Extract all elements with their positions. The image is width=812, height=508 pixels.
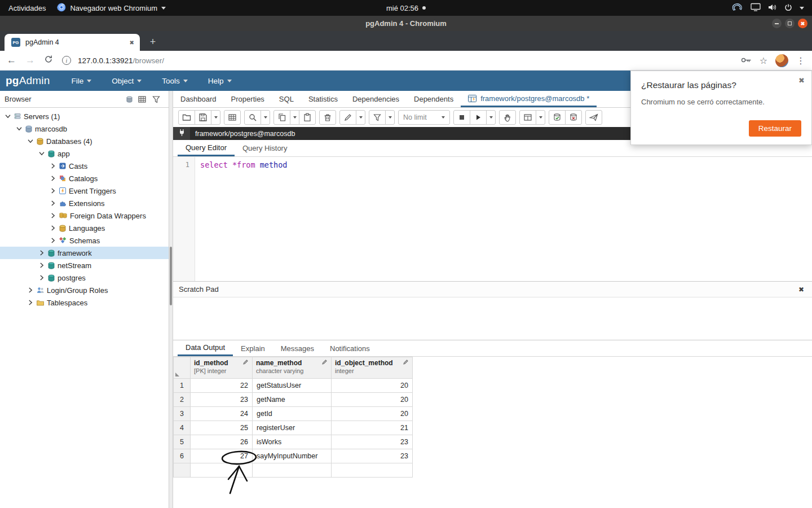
paste-button[interactable]	[299, 110, 316, 125]
tree-item-casts[interactable]: Casts	[0, 160, 169, 172]
chevron-down-icon[interactable]	[38, 151, 45, 156]
cell-id-object-method[interactable]: 23	[332, 449, 413, 463]
site-info-icon[interactable]: i	[62, 56, 71, 65]
url-field[interactable]: 127.0.0.1:33921 /browser/	[78, 56, 732, 65]
delete-button[interactable]	[319, 110, 336, 125]
tab-query-history[interactable]: Query History	[235, 140, 295, 156]
chevron-right-icon[interactable]	[50, 200, 56, 206]
table-row[interactable]: 526isWorks23	[174, 435, 413, 449]
panel-splitter[interactable]	[169, 91, 173, 508]
tab-dependencies[interactable]: Dependencies	[345, 91, 407, 107]
code-line[interactable]: select *from method	[195, 157, 287, 281]
chevron-right-icon[interactable]	[50, 188, 56, 194]
chevron-right-icon[interactable]	[38, 250, 45, 256]
reload-button[interactable]	[44, 55, 53, 66]
explain-settings-button[interactable]	[519, 110, 536, 125]
row-number-cell[interactable]: 6	[174, 449, 191, 463]
forward-button[interactable]: →	[25, 55, 35, 66]
row-limit-select[interactable]: No limit	[398, 110, 450, 125]
volume-icon[interactable]	[768, 3, 777, 13]
execute-button-dropdown[interactable]	[486, 110, 496, 125]
row-number-cell[interactable]: 1	[174, 379, 191, 393]
chevron-right-icon[interactable]	[50, 238, 56, 243]
find-button-dropdown[interactable]	[261, 110, 270, 125]
profile-avatar[interactable]	[775, 54, 788, 67]
explain-settings-button-dropdown[interactable]	[536, 110, 545, 125]
app-menu-button[interactable]: Navegador web Chromium	[57, 3, 166, 14]
tree-item-marcosdb[interactable]: marcosdb	[0, 122, 169, 135]
tree-item-app[interactable]: app	[0, 147, 169, 160]
power-icon[interactable]	[784, 3, 792, 13]
maximize-button[interactable]	[785, 19, 795, 28]
copy-button-dropdown[interactable]	[290, 110, 299, 125]
download-csv-button[interactable]	[585, 110, 602, 125]
chevron-right-icon[interactable]	[50, 225, 56, 231]
tab-query-tool[interactable]: framework/postgres@marcosdb *	[461, 91, 597, 107]
tree-item-languages[interactable]: Languages	[0, 222, 169, 234]
chevron-down-icon[interactable]	[800, 7, 804, 10]
close-button[interactable]: ✖	[798, 19, 807, 28]
tab-statistics[interactable]: Statistics	[301, 91, 345, 107]
row-number-cell[interactable]: 4	[174, 421, 191, 435]
popup-close-icon[interactable]: ✖	[798, 76, 805, 85]
tab-notifications[interactable]: Notifications	[322, 340, 378, 356]
cell-id-method[interactable]: 25	[191, 421, 253, 435]
table-row[interactable]: 627sayMyInputNumber23	[174, 449, 413, 463]
tab-query-editor[interactable]: Query Editor	[178, 140, 235, 156]
cell-id-object-method[interactable]: 23	[332, 435, 413, 449]
cancel-query-button[interactable]	[453, 110, 470, 125]
chevron-down-icon[interactable]	[16, 126, 23, 131]
menu-object[interactable]: Object	[104, 71, 149, 91]
save-file-button[interactable]	[195, 110, 211, 125]
column-header-id-object-method[interactable]: id_object_methodinteger	[332, 357, 413, 379]
cell-id-method[interactable]: 23	[191, 393, 253, 407]
tab-explain[interactable]: Explain	[233, 340, 273, 356]
tab-messages[interactable]: Messages	[273, 340, 322, 356]
row-number-cell[interactable]: 3	[174, 407, 191, 421]
display-icon[interactable]	[751, 3, 761, 13]
cell-name-method[interactable]	[253, 463, 332, 478]
chevron-right-icon[interactable]	[27, 287, 34, 293]
cell-name-method[interactable]: getStatusUser	[253, 379, 332, 393]
tree-item-framework[interactable]: framework	[0, 247, 169, 259]
clock[interactable]: mié 02:56	[386, 4, 418, 12]
bookmark-star-icon[interactable]: ☆	[760, 55, 767, 66]
scratch-pad-body[interactable]	[173, 297, 812, 340]
scrollbar-thumb[interactable]	[170, 247, 172, 305]
filter-button-dropdown[interactable]	[385, 110, 395, 125]
postgres-tray-icon[interactable]	[731, 2, 743, 14]
chevron-down-icon[interactable]	[5, 114, 11, 119]
edit-button[interactable]	[339, 110, 356, 125]
cell-id-method[interactable]: 24	[191, 407, 253, 421]
tree-item-tablespaces[interactable]: Tablespaces	[0, 296, 169, 309]
cell-id-object-method[interactable]: 20	[332, 407, 413, 421]
commit-button[interactable]	[549, 110, 566, 125]
query-editor[interactable]: 1 select *from method	[173, 157, 812, 281]
edit-column-icon[interactable]	[321, 359, 328, 367]
tree-item-servers-1[interactable]: Servers (1)	[0, 110, 169, 122]
column-header-name-method[interactable]: name_methodcharacter varying	[253, 357, 332, 379]
open-file-button[interactable]	[178, 110, 195, 125]
filter-icon[interactable]	[152, 95, 161, 104]
chevron-right-icon[interactable]	[50, 163, 56, 169]
edit-button-dropdown[interactable]	[356, 110, 365, 125]
scratch-pad-close-icon[interactable]: ✖	[798, 286, 804, 294]
cell-name-method[interactable]: isWorks	[253, 435, 332, 449]
cell-name-method[interactable]: getId	[253, 407, 332, 421]
tab-dashboard[interactable]: Dashboard	[173, 91, 224, 107]
tab-close-icon[interactable]: ✖	[130, 40, 134, 46]
cell-id-object-method[interactable]: 20	[332, 393, 413, 407]
column-header-id-method[interactable]: id_method[PK] integer	[191, 357, 253, 379]
explain-button[interactable]	[499, 110, 516, 125]
tree-item-extensions[interactable]: Extensions	[0, 197, 169, 209]
cell-id-method[interactable]	[191, 463, 253, 478]
back-button[interactable]: ←	[7, 55, 16, 66]
cell-name-method[interactable]: registerUser	[253, 421, 332, 435]
chevron-right-icon[interactable]	[50, 176, 56, 181]
cell-id-method[interactable]: 22	[191, 379, 253, 393]
tree-item-foreign-data-wrappers[interactable]: Foreign Data Wrappers	[0, 209, 169, 222]
state-icon[interactable]	[126, 95, 133, 104]
connection-status-icon[interactable]	[173, 127, 190, 140]
table-row[interactable]	[174, 463, 413, 478]
minimize-button[interactable]	[772, 19, 782, 28]
